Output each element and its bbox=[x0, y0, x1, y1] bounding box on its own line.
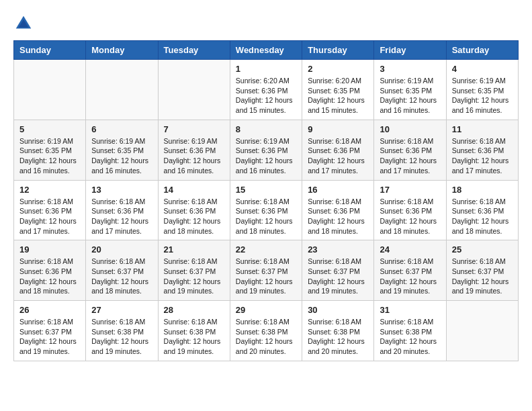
day-info-9: Sunrise: 6:18 AM Sunset: 6:36 PM Dayligh… bbox=[308, 136, 368, 176]
day-cell-26: 26Sunrise: 6:18 AM Sunset: 6:37 PM Dayli… bbox=[14, 301, 86, 361]
day-number-1: 1 bbox=[236, 64, 296, 74]
weekday-header-tuesday: Tuesday bbox=[158, 41, 230, 60]
week-row-2: 5Sunrise: 6:19 AM Sunset: 6:35 PM Daylig… bbox=[14, 120, 519, 180]
day-info-7: Sunrise: 6:19 AM Sunset: 6:36 PM Dayligh… bbox=[164, 136, 224, 176]
day-info-29: Sunrise: 6:18 AM Sunset: 6:38 PM Dayligh… bbox=[236, 317, 296, 357]
day-cell-15: 15Sunrise: 6:18 AM Sunset: 6:36 PM Dayli… bbox=[230, 180, 302, 240]
day-number-14: 14 bbox=[164, 185, 224, 195]
day-number-31: 31 bbox=[380, 305, 440, 315]
day-info-21: Sunrise: 6:18 AM Sunset: 6:37 PM Dayligh… bbox=[164, 257, 224, 296]
day-number-13: 13 bbox=[91, 185, 152, 195]
day-number-12: 12 bbox=[19, 185, 80, 195]
day-number-20: 20 bbox=[91, 244, 152, 255]
day-info-22: Sunrise: 6:18 AM Sunset: 6:37 PM Dayligh… bbox=[236, 257, 296, 296]
day-cell-22: 22Sunrise: 6:18 AM Sunset: 6:37 PM Dayli… bbox=[230, 240, 302, 301]
weekday-header-saturday: Saturday bbox=[446, 41, 518, 60]
day-cell-19: 19Sunrise: 6:18 AM Sunset: 6:36 PM Dayli… bbox=[14, 240, 86, 301]
day-number-27: 27 bbox=[91, 305, 152, 315]
day-info-25: Sunrise: 6:18 AM Sunset: 6:37 PM Dayligh… bbox=[452, 257, 513, 296]
day-number-3: 3 bbox=[380, 64, 440, 74]
day-number-11: 11 bbox=[452, 124, 513, 134]
day-number-28: 28 bbox=[164, 305, 224, 315]
day-number-8: 8 bbox=[236, 124, 296, 134]
day-info-5: Sunrise: 6:19 AM Sunset: 6:35 PM Dayligh… bbox=[19, 136, 80, 176]
day-number-10: 10 bbox=[380, 124, 440, 134]
day-number-22: 22 bbox=[236, 244, 296, 255]
day-cell-14: 14Sunrise: 6:18 AM Sunset: 6:36 PM Dayli… bbox=[158, 180, 230, 240]
day-cell-10: 10Sunrise: 6:18 AM Sunset: 6:36 PM Dayli… bbox=[374, 120, 446, 180]
day-info-12: Sunrise: 6:18 AM Sunset: 6:36 PM Dayligh… bbox=[19, 197, 80, 236]
day-number-19: 19 bbox=[19, 244, 80, 255]
day-cell-25: 25Sunrise: 6:18 AM Sunset: 6:37 PM Dayli… bbox=[446, 240, 518, 301]
day-info-2: Sunrise: 6:20 AM Sunset: 6:35 PM Dayligh… bbox=[308, 76, 368, 116]
calendar: SundayMondayTuesdayWednesdayThursdayFrid… bbox=[13, 40, 519, 361]
day-info-17: Sunrise: 6:18 AM Sunset: 6:36 PM Dayligh… bbox=[380, 197, 440, 236]
day-cell-6: 6Sunrise: 6:19 AM Sunset: 6:35 PM Daylig… bbox=[86, 120, 158, 180]
day-number-15: 15 bbox=[236, 185, 296, 195]
day-cell-16: 16Sunrise: 6:18 AM Sunset: 6:36 PM Dayli… bbox=[302, 180, 374, 240]
day-cell-20: 20Sunrise: 6:18 AM Sunset: 6:37 PM Dayli… bbox=[86, 240, 158, 301]
day-number-24: 24 bbox=[380, 244, 440, 255]
day-info-4: Sunrise: 6:19 AM Sunset: 6:35 PM Dayligh… bbox=[452, 76, 513, 116]
week-row-3: 12Sunrise: 6:18 AM Sunset: 6:36 PM Dayli… bbox=[14, 180, 519, 240]
week-row-5: 26Sunrise: 6:18 AM Sunset: 6:37 PM Dayli… bbox=[14, 301, 519, 361]
day-number-25: 25 bbox=[452, 244, 513, 255]
empty-cell bbox=[446, 301, 518, 361]
day-number-18: 18 bbox=[452, 185, 513, 195]
empty-cell bbox=[158, 60, 230, 120]
day-cell-17: 17Sunrise: 6:18 AM Sunset: 6:36 PM Dayli… bbox=[374, 180, 446, 240]
day-number-23: 23 bbox=[308, 244, 368, 255]
day-number-21: 21 bbox=[164, 244, 224, 255]
day-cell-13: 13Sunrise: 6:18 AM Sunset: 6:36 PM Dayli… bbox=[86, 180, 158, 240]
day-cell-23: 23Sunrise: 6:18 AM Sunset: 6:37 PM Dayli… bbox=[302, 240, 374, 301]
week-row-4: 19Sunrise: 6:18 AM Sunset: 6:36 PM Dayli… bbox=[14, 240, 519, 301]
weekday-header-monday: Monday bbox=[86, 41, 158, 60]
empty-cell bbox=[14, 60, 86, 120]
day-cell-5: 5Sunrise: 6:19 AM Sunset: 6:35 PM Daylig… bbox=[14, 120, 86, 180]
day-info-31: Sunrise: 6:18 AM Sunset: 6:38 PM Dayligh… bbox=[380, 317, 440, 357]
day-number-17: 17 bbox=[380, 185, 440, 195]
day-info-23: Sunrise: 6:18 AM Sunset: 6:37 PM Dayligh… bbox=[308, 257, 368, 296]
day-info-28: Sunrise: 6:18 AM Sunset: 6:38 PM Dayligh… bbox=[164, 317, 224, 357]
day-info-8: Sunrise: 6:19 AM Sunset: 6:36 PM Dayligh… bbox=[236, 136, 296, 176]
day-info-26: Sunrise: 6:18 AM Sunset: 6:37 PM Dayligh… bbox=[19, 317, 80, 357]
page-header bbox=[13, 13, 519, 34]
day-number-6: 6 bbox=[91, 124, 152, 134]
day-info-19: Sunrise: 6:18 AM Sunset: 6:36 PM Dayligh… bbox=[19, 257, 80, 296]
day-info-14: Sunrise: 6:18 AM Sunset: 6:36 PM Dayligh… bbox=[164, 197, 224, 236]
day-info-24: Sunrise: 6:18 AM Sunset: 6:37 PM Dayligh… bbox=[380, 257, 440, 296]
day-info-18: Sunrise: 6:18 AM Sunset: 6:36 PM Dayligh… bbox=[452, 197, 513, 236]
day-info-10: Sunrise: 6:18 AM Sunset: 6:36 PM Dayligh… bbox=[380, 136, 440, 176]
day-cell-21: 21Sunrise: 6:18 AM Sunset: 6:37 PM Dayli… bbox=[158, 240, 230, 301]
day-cell-11: 11Sunrise: 6:18 AM Sunset: 6:36 PM Dayli… bbox=[446, 120, 518, 180]
weekday-header-friday: Friday bbox=[374, 41, 446, 60]
day-cell-1: 1Sunrise: 6:20 AM Sunset: 6:36 PM Daylig… bbox=[230, 60, 302, 120]
day-cell-29: 29Sunrise: 6:18 AM Sunset: 6:38 PM Dayli… bbox=[230, 301, 302, 361]
day-info-11: Sunrise: 6:18 AM Sunset: 6:36 PM Dayligh… bbox=[452, 136, 513, 176]
day-cell-18: 18Sunrise: 6:18 AM Sunset: 6:36 PM Dayli… bbox=[446, 180, 518, 240]
logo-icon bbox=[13, 13, 34, 34]
day-number-29: 29 bbox=[236, 305, 296, 315]
day-number-5: 5 bbox=[19, 124, 80, 134]
day-cell-7: 7Sunrise: 6:19 AM Sunset: 6:36 PM Daylig… bbox=[158, 120, 230, 180]
weekday-header-thursday: Thursday bbox=[302, 41, 374, 60]
logo bbox=[13, 13, 36, 34]
day-cell-3: 3Sunrise: 6:19 AM Sunset: 6:35 PM Daylig… bbox=[374, 60, 446, 120]
day-cell-28: 28Sunrise: 6:18 AM Sunset: 6:38 PM Dayli… bbox=[158, 301, 230, 361]
day-cell-4: 4Sunrise: 6:19 AM Sunset: 6:35 PM Daylig… bbox=[446, 60, 518, 120]
weekday-header-wednesday: Wednesday bbox=[230, 41, 302, 60]
day-cell-30: 30Sunrise: 6:18 AM Sunset: 6:38 PM Dayli… bbox=[302, 301, 374, 361]
week-row-1: 1Sunrise: 6:20 AM Sunset: 6:36 PM Daylig… bbox=[14, 60, 519, 120]
day-info-3: Sunrise: 6:19 AM Sunset: 6:35 PM Dayligh… bbox=[380, 76, 440, 116]
day-number-26: 26 bbox=[19, 305, 80, 315]
day-cell-24: 24Sunrise: 6:18 AM Sunset: 6:37 PM Dayli… bbox=[374, 240, 446, 301]
day-cell-9: 9Sunrise: 6:18 AM Sunset: 6:36 PM Daylig… bbox=[302, 120, 374, 180]
day-number-7: 7 bbox=[164, 124, 224, 134]
day-cell-8: 8Sunrise: 6:19 AM Sunset: 6:36 PM Daylig… bbox=[230, 120, 302, 180]
day-cell-27: 27Sunrise: 6:18 AM Sunset: 6:38 PM Dayli… bbox=[86, 301, 158, 361]
day-number-2: 2 bbox=[308, 64, 368, 74]
day-number-16: 16 bbox=[308, 185, 368, 195]
day-number-9: 9 bbox=[308, 124, 368, 134]
day-number-30: 30 bbox=[308, 305, 368, 315]
weekday-header-sunday: Sunday bbox=[14, 41, 86, 60]
